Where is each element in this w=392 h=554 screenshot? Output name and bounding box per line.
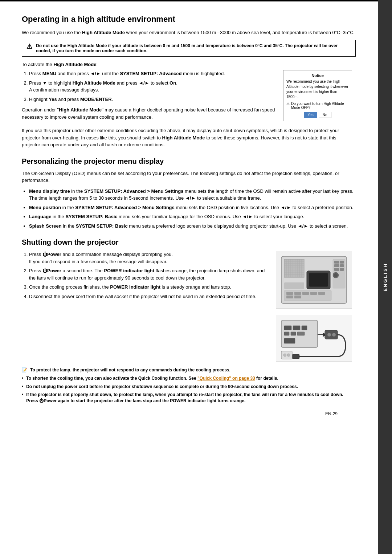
shutdown-step-1: Press ⏻Power and a confirmation message … <box>29 251 269 265</box>
section3-title: Shutting down the projector <box>22 238 356 247</box>
activate-label: To activate the High Altitude Mode: <box>22 61 356 68</box>
steps-container: Press MENU and then press ◄/► until the … <box>22 70 356 123</box>
shutdown-section: Press ⏻Power and a confirmation message … <box>22 251 356 362</box>
svg-rect-42 <box>291 332 296 335</box>
note-text-4: If the projector is not properly shut do… <box>26 392 356 404</box>
svg-point-51 <box>287 354 290 357</box>
svg-rect-31 <box>294 292 301 295</box>
content: Operating in a high altitude environment… <box>22 15 370 416</box>
projector-top-image <box>276 251 352 309</box>
svg-rect-22 <box>334 264 339 267</box>
notice-no-button[interactable]: No <box>319 112 331 118</box>
svg-rect-43 <box>297 332 305 335</box>
step-2: Press ▼ to highlight High Altitude Mode … <box>29 80 276 94</box>
svg-point-46 <box>327 333 331 337</box>
operation-note: Operation under "High Altitude Mode" may… <box>22 106 276 121</box>
note-3: • Do not unplug the power cord before th… <box>22 384 356 390</box>
cable-svg <box>278 317 350 360</box>
section1-extra: If you use this projector under other ex… <box>22 127 356 148</box>
step-3: Highlight Yes and press MODE/ENTER. <box>29 96 276 103</box>
notice-warning: ⚠ Do you want to turn High Altitude Mode… <box>286 102 349 110</box>
svg-rect-24 <box>334 268 339 271</box>
svg-rect-48 <box>292 354 299 359</box>
projector-svg <box>278 253 350 307</box>
warning-box: ⚠ Do not use the High Altitude Mode if y… <box>22 40 356 57</box>
bullet-3: Language in the SYSTEM SETUP: Basic menu… <box>29 213 356 220</box>
shutdown-step-2: Press ⏻Power a second time. The POWER in… <box>29 267 269 281</box>
note-bullet-4: • <box>22 392 23 398</box>
svg-rect-20 <box>334 261 339 264</box>
notice-warning-icon: ⚠ <box>286 102 290 106</box>
svg-rect-32 <box>302 292 309 295</box>
shutdown-step-3: Once the cooling process finishes, the P… <box>29 284 269 291</box>
sidebar: ENGLISH <box>378 0 392 554</box>
bullet-2: Menu position in the SYSTEM SETUP: Advan… <box>29 204 356 211</box>
notice-warning-text: Do you want to turn High Altitude Mode O… <box>291 102 349 110</box>
section1-title: Operating in a high altitude environment <box>22 15 356 24</box>
step-1: Press MENU and then press ◄/► until the … <box>29 70 276 77</box>
bullet-1: Menu display time in the SYSTEM SETUP: A… <box>29 188 356 202</box>
shutdown-steps: Press ⏻Power and a confirmation message … <box>29 251 269 300</box>
section1-intro: We recommend you use the High Altitude M… <box>22 29 356 36</box>
svg-rect-33 <box>310 292 317 295</box>
section2-intro: The On-Screen Display (OSD) menus can be… <box>22 170 356 184</box>
warning-icon: ⚠ <box>26 42 32 50</box>
section2-bullets: Menu display time in the SYSTEM SETUP: A… <box>29 188 356 230</box>
steps-list: Press MENU and then press ◄/► until the … <box>29 70 276 103</box>
page-number: EN-29 <box>22 411 356 416</box>
svg-rect-18 <box>309 273 328 287</box>
svg-rect-1 <box>284 259 304 277</box>
shutdown-steps-col: Press ⏻Power and a confirmation message … <box>22 251 269 362</box>
warning-text: Do not use the High Altitude Mode if you… <box>36 43 351 53</box>
svg-rect-36 <box>294 296 301 298</box>
shutdown-step-4: Disconnect the power cord from the wall … <box>29 293 269 300</box>
bullet-4: Splash Screen in the SYSTEM SETUP: Basic… <box>29 223 356 230</box>
page: ENGLISH Operating in a high altitude env… <box>0 0 392 554</box>
svg-rect-41 <box>284 332 289 335</box>
note-1: 📝 To protect the lamp, the projector wil… <box>22 367 356 373</box>
svg-rect-30 <box>286 292 293 295</box>
note-bullet-2: • <box>22 375 23 382</box>
note-text-2: To shorten the cooling time, you can als… <box>26 375 356 382</box>
svg-rect-28 <box>284 282 304 289</box>
notice-box-container: Notice We recommend you use the High Alt… <box>283 70 356 123</box>
svg-point-50 <box>283 354 286 357</box>
sidebar-label: ENGLISH <box>383 263 388 292</box>
notice-text1: We recommend you use the High Altitude m… <box>286 79 349 99</box>
section2-title: Personalizing the projector menu display <box>22 157 356 166</box>
svg-rect-34 <box>318 292 325 295</box>
projector-cable-image <box>276 315 352 362</box>
svg-point-27 <box>334 273 338 277</box>
svg-rect-49 <box>281 351 292 359</box>
note-4: • If the projector is not properly shut … <box>22 392 356 404</box>
svg-rect-40 <box>302 326 307 330</box>
svg-rect-44 <box>284 338 295 343</box>
svg-rect-23 <box>340 264 344 267</box>
images-col <box>276 251 356 362</box>
top-border <box>0 0 392 1</box>
svg-point-47 <box>332 333 336 337</box>
notice-buttons: Yes No <box>286 112 349 118</box>
notes-section: 📝 To protect the lamp, the projector wil… <box>22 367 356 404</box>
notice-yes-button[interactable]: Yes <box>304 112 317 118</box>
notice-box: Notice We recommend you use the High Alt… <box>283 70 352 121</box>
note-text-3: Do not unplug the power cord before the … <box>26 384 356 390</box>
note-icon-1: 📝 <box>22 367 27 373</box>
svg-rect-35 <box>286 296 293 298</box>
steps-left: Press MENU and then press ◄/► until the … <box>22 70 276 123</box>
svg-rect-39 <box>293 326 300 330</box>
svg-rect-25 <box>340 268 344 271</box>
note-text-1: To protect the lamp, the projector will … <box>30 367 356 373</box>
svg-rect-38 <box>284 326 291 330</box>
note-bullet-3: • <box>22 384 23 390</box>
note-2: • To shorten the cooling time, you can a… <box>22 375 356 382</box>
notice-title: Notice <box>286 73 349 78</box>
svg-rect-21 <box>340 261 344 264</box>
